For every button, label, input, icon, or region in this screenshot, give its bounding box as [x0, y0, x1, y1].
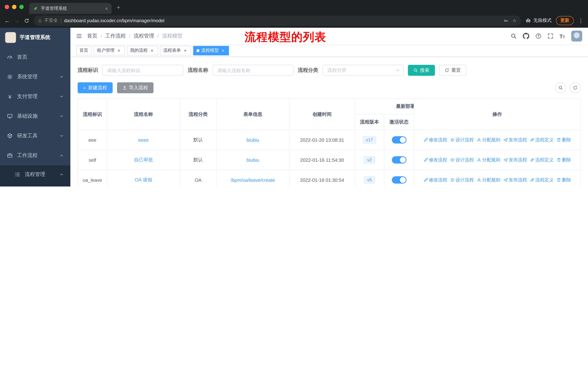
- sidebar-item-system[interactable]: 系统管理: [0, 67, 70, 87]
- briefcase-icon: [7, 153, 13, 159]
- browser-menu-button[interactable]: ⋮: [578, 17, 584, 24]
- op-delete-link[interactable]: 删除: [556, 177, 571, 183]
- github-icon[interactable]: [523, 33, 529, 39]
- op-publish-link[interactable]: 发布流程: [503, 157, 527, 163]
- dashboard-icon: [7, 54, 13, 60]
- col-header-process-name: 流程名称: [107, 99, 180, 130]
- favicon-leaf-icon: [33, 6, 38, 11]
- process-name-link[interactable]: OA 请假: [135, 177, 152, 182]
- font-size-icon[interactable]: T T: [559, 33, 565, 39]
- update-button[interactable]: 更新: [556, 16, 574, 25]
- active-toggle[interactable]: [392, 136, 406, 143]
- breadcrumb-home[interactable]: 首页: [87, 33, 97, 39]
- op-publish-link[interactable]: 发布流程: [503, 177, 527, 183]
- op-publish-link[interactable]: 发布流程: [503, 137, 527, 143]
- monitor-icon: [7, 113, 13, 119]
- sidebar-item-process-form[interactable]: 流程表单: [0, 184, 70, 186]
- reset-button[interactable]: 重置: [439, 65, 466, 76]
- op-design-link[interactable]: 设计流程: [450, 157, 474, 163]
- reload-button[interactable]: [24, 18, 29, 23]
- sidebar-item-devtools[interactable]: 研发工具: [0, 126, 70, 146]
- create-process-button[interactable]: + 新建流程: [78, 82, 113, 93]
- sidebar-item-home[interactable]: 首页: [0, 47, 70, 67]
- process-name-link[interactable]: 自己审批: [134, 157, 153, 162]
- sidebar-logo[interactable]: 芋道管理系统: [0, 28, 70, 47]
- op-design-link[interactable]: 设计流程: [450, 177, 474, 183]
- sidebar-toggle-button[interactable]: [76, 33, 82, 39]
- filter-id-label: 流程标识: [78, 67, 98, 74]
- chevron-down-icon: [396, 69, 399, 72]
- url-text: dashboard.yudao.iocoder.cn/bpm/manager/m…: [64, 18, 501, 23]
- list-icon: [15, 171, 21, 177]
- password-key-icon[interactable]: [504, 18, 508, 23]
- bookmark-star-icon[interactable]: ☆: [513, 18, 516, 23]
- active-toggle[interactable]: [392, 176, 406, 184]
- search-icon[interactable]: [511, 33, 516, 39]
- op-modify-link[interactable]: 修改流程: [423, 137, 447, 143]
- chevron-down-icon: [60, 114, 63, 118]
- help-icon[interactable]: [535, 33, 541, 39]
- form-info-link[interactable]: /bpm/oa/leave/create: [231, 177, 275, 183]
- tag-tenant[interactable]: 租户管理 ×: [94, 46, 125, 55]
- tag-close-icon[interactable]: ×: [183, 48, 188, 53]
- op-design-link[interactable]: 设计流程: [450, 137, 474, 143]
- refresh-table-button[interactable]: [570, 82, 581, 93]
- table-row: oa_leave OA 请假 OA /bpm/oa/leave/create 2…: [78, 170, 580, 186]
- minimize-window-button[interactable]: [12, 5, 16, 9]
- op-modify-link[interactable]: 修改流程: [423, 157, 447, 163]
- browser-tab-strip: 芋道管理系统 × +: [0, 0, 588, 14]
- workflow-submenu: 流程管理 流程表单 用户分组 流程模型 任务管理: [0, 165, 70, 186]
- edit-icon: [423, 158, 428, 162]
- tag-home[interactable]: 首页: [76, 46, 92, 55]
- security-badge[interactable]: ⚠ 不安全: [38, 18, 58, 24]
- op-modify-link[interactable]: 修改流程: [423, 177, 447, 183]
- op-delete-link[interactable]: 删除: [556, 137, 571, 143]
- send-icon: [503, 158, 508, 162]
- form-info-link[interactable]: biubiu: [246, 157, 259, 163]
- chevron-down-icon: [60, 75, 63, 79]
- breadcrumb-workflow[interactable]: 工作流程: [105, 33, 126, 39]
- new-tab-button[interactable]: +: [117, 4, 120, 11]
- browser-tab[interactable]: 芋道管理系统 ×: [29, 3, 112, 14]
- process-id: eee: [88, 137, 96, 143]
- tag-process-form[interactable]: 流程表单 ×: [160, 46, 191, 55]
- import-process-button[interactable]: 导入流程: [117, 82, 153, 93]
- op-delete-link[interactable]: 删除: [556, 157, 571, 163]
- breadcrumb-current: 流程模型: [162, 33, 182, 39]
- op-definition-link[interactable]: 流程定义: [530, 137, 554, 143]
- category-select[interactable]: 流程分类: [323, 65, 404, 76]
- zoom-window-button[interactable]: [19, 5, 24, 9]
- back-button[interactable]: ←: [4, 18, 10, 23]
- sidebar-item-infrastructure[interactable]: 基础设施: [0, 106, 70, 126]
- process-id-input[interactable]: [102, 65, 183, 76]
- tag-close-icon[interactable]: ×: [116, 48, 121, 53]
- sidebar-item-payment[interactable]: ¥ 支付管理: [0, 87, 70, 106]
- process-category: 默认: [193, 157, 203, 162]
- avatar[interactable]: [571, 30, 582, 41]
- security-label: 不安全: [44, 18, 58, 24]
- form-info-link[interactable]: biubiu: [246, 137, 259, 143]
- toggle-search-button[interactable]: [555, 82, 566, 93]
- design-icon: [450, 178, 454, 182]
- tag-close-icon[interactable]: ×: [220, 48, 226, 53]
- op-definition-link[interactable]: 流程定义: [530, 177, 554, 183]
- active-toggle[interactable]: [392, 156, 406, 163]
- breadcrumb-process-mgmt[interactable]: 流程管理: [134, 33, 154, 39]
- fullscreen-icon[interactable]: [547, 33, 553, 39]
- address-bar[interactable]: ⚠ 不安全 dashboard.yudao.iocoder.cn/bpm/man…: [33, 15, 521, 26]
- tag-close-icon[interactable]: ×: [149, 48, 155, 53]
- sidebar-item-workflow[interactable]: 工作流程: [0, 146, 70, 165]
- close-window-button[interactable]: [5, 5, 9, 9]
- forward-button[interactable]: →: [14, 18, 20, 23]
- tag-process-model[interactable]: 流程模型 ×: [193, 46, 229, 55]
- process-name-input[interactable]: [212, 65, 294, 76]
- op-assign-rule-link[interactable]: 分配规则: [477, 177, 500, 183]
- op-assign-rule-link[interactable]: 分配规则: [477, 157, 500, 163]
- search-button[interactable]: 搜索: [408, 65, 435, 76]
- process-name-link[interactable]: eeee: [138, 137, 149, 143]
- op-definition-link[interactable]: 流程定义: [530, 157, 554, 163]
- tag-my-process[interactable]: 我的流程 ×: [127, 46, 158, 55]
- tab-close-icon[interactable]: ×: [105, 6, 108, 11]
- op-assign-rule-link[interactable]: 分配规则: [477, 137, 500, 143]
- sidebar-item-process-mgmt[interactable]: 流程管理: [0, 165, 70, 184]
